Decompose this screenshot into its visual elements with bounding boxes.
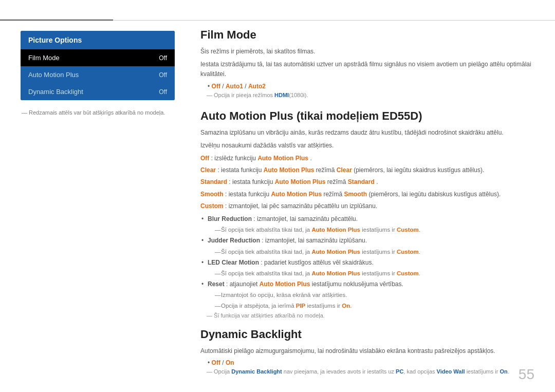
film-mode-title: Film Mode <box>200 28 534 42</box>
auto-motion-smooth-func2: Smooth <box>344 191 367 198</box>
film-mode-auto1: Auto1 <box>226 83 243 90</box>
dynamic-backlight-footnote: Opcija Dynamic Backlight nav pieejama, j… <box>200 368 534 375</box>
dynamic-backlight-link: Dynamic Backlight <box>231 368 282 375</box>
dynamic-backlight-title: Dynamic Backlight <box>200 328 534 341</box>
film-mode-footnote: Opcija ir pieeja režīmos HDMI(1080i). <box>200 92 534 98</box>
auto-motion-standard-func1: Auto Motion Plus <box>275 178 326 185</box>
dynamic-backlight-pc: PC <box>396 368 403 375</box>
blur-amp-label: Auto Motion Plus <box>311 227 360 233</box>
dynamic-backlight-off: Off <box>212 359 220 366</box>
bullet-judder-reduction: Judder Reduction : izmantojiet, lai sama… <box>200 236 534 256</box>
sidebar-item-label-auto-motion: Auto Motion Plus <box>28 71 79 79</box>
sidebar-item-film-mode[interactable]: Film Mode Off <box>21 49 175 66</box>
auto-motion-off-label: Off <box>200 155 209 162</box>
auto-motion-standard-func2: Standard <box>348 178 375 185</box>
auto-motion-clear-func2: Clear <box>337 166 352 174</box>
top-line-dark <box>0 20 113 21</box>
auto-motion-clear-text1: : iestata funkciju <box>217 166 263 174</box>
judder-reduction-label: Judder Reduction <box>208 237 260 244</box>
auto-motion-off-func: Auto Motion Plus <box>257 155 308 162</box>
sidebar-item-dynamic-backlight[interactable]: Dynamic Backlight Off <box>21 83 175 100</box>
blur-reduction-text: : izmantojiet, lai samazinātu pēcattēlu. <box>253 215 358 222</box>
auto-motion-custom-label: Custom <box>200 202 224 210</box>
led-clear-sub: Šī opcija tiek atbalstīta tikai tad, ja … <box>215 269 534 278</box>
sidebar-item-label-dynamic-backlight: Dynamic Backlight <box>28 88 83 96</box>
dynamic-backlight-on2: On <box>499 368 507 375</box>
sidebar-item-label-film-mode: Film Mode <box>28 54 60 62</box>
auto-motion-smooth-func1: Auto Motion Plus <box>271 191 322 198</box>
auto-motion-smooth-text2: režīmā <box>323 191 344 198</box>
blur-reduction-sub: Šī opcija tiek atbalstīta tikai tad, ja … <box>215 226 534 234</box>
auto-motion-off-text: : izslēdz funkciju <box>211 155 258 162</box>
reset-amp-label: Auto Motion Plus <box>260 281 310 288</box>
judder-reduction-sub: Šī opcija tiek atbalstīta tikai tad, ja … <box>215 248 534 256</box>
top-line-light <box>113 20 555 21</box>
film-mode-slash1: / <box>222 83 226 90</box>
auto-motion-footnote: Šī funkcija var atšķirties atkarībā no m… <box>200 312 534 319</box>
reset-sub1: Izmantojot šo opciju, krāsa ekrānā var a… <box>215 291 534 300</box>
sidebar: Picture Options Film Mode Off Auto Motio… <box>21 31 175 116</box>
auto-motion-clear-func1: Auto Motion Plus <box>264 166 314 174</box>
film-mode-auto2: Auto2 <box>248 83 266 90</box>
judder-custom-label: Custom <box>397 249 419 255</box>
led-custom-label: Custom <box>397 270 419 276</box>
auto-motion-plus-title: Auto Motion Plus (tikai modeļiem ED55D) <box>200 109 534 123</box>
sidebar-item-value-auto-motion: Off <box>159 71 167 79</box>
film-mode-off: Off <box>212 83 220 90</box>
bullet-reset: Reset : atjaunojiet Auto Motion Plus ies… <box>200 279 534 310</box>
auto-motion-standard-period: . <box>376 178 378 185</box>
auto-motion-para2: Izvēlņu nosaukumi dažādās valstīs var at… <box>200 141 534 151</box>
film-mode-para1: Šis režīms ir piemērots, lai skatītos fi… <box>200 47 534 57</box>
reset-on-label: On <box>342 303 350 309</box>
blur-custom-label: Custom <box>397 227 419 233</box>
bullet-blur-reduction: Blur Reduction : izmantojiet, lai samazi… <box>200 214 534 234</box>
auto-motion-off-line: Off : izslēdz funkciju Auto Motion Plus … <box>200 154 534 163</box>
dynamic-backlight-slash: / <box>222 359 226 366</box>
sidebar-note: Redzamais attēls var būt atšķirīgs atkar… <box>21 109 175 116</box>
reset-text1: : atjaunojiet <box>226 281 260 288</box>
auto-motion-custom-line: Custom : izmantojiet, lai pēc samazinātu… <box>200 201 534 211</box>
judder-amp-label: Auto Motion Plus <box>311 249 360 255</box>
dynamic-backlight-options: Off / On <box>208 359 534 366</box>
auto-motion-off-period: . <box>310 155 311 162</box>
auto-motion-para1: Samazina izplūšanu un vibrāciju ainās, k… <box>200 128 534 138</box>
auto-motion-smooth-text3: (piemērors, lai iegūtu dabiskus kustīgus… <box>368 191 501 198</box>
reset-label: Reset <box>208 281 225 288</box>
auto-motion-clear-line: Clear : iestata funkciju Auto Motion Plu… <box>200 165 534 175</box>
film-mode-options: Off / Auto1 / Auto2 <box>208 83 534 90</box>
auto-motion-standard-label: Standard <box>200 178 227 185</box>
sidebar-item-auto-motion-plus[interactable]: Auto Motion Plus Off <box>21 66 175 83</box>
reset-pip-label: PIP <box>296 303 306 309</box>
auto-motion-smooth-line: Smooth : iestata funkciju Auto Motion Pl… <box>200 190 534 199</box>
sidebar-title: Picture Options <box>21 31 175 49</box>
auto-motion-standard-line: Standard : iestata funkciju Auto Motion … <box>200 177 534 187</box>
dynamic-backlight-videowall: Video Wall <box>437 368 465 375</box>
auto-motion-smooth-label: Smooth <box>200 191 224 198</box>
dynamic-backlight-on: On <box>226 359 234 366</box>
bullet-led-clear-motion: LED Clear Motion : padariet kustīgos att… <box>200 258 534 278</box>
auto-motion-clear-text3: (piemērors, lai iegūtu skaidrus kustīgus… <box>354 166 484 174</box>
film-mode-hdmi: HDMI <box>274 92 289 98</box>
led-clear-label: LED Clear Motion <box>208 259 259 266</box>
led-amp-label: Auto Motion Plus <box>311 270 360 276</box>
dynamic-backlight-para1: Automātiski pielāgo aizmugurgaismojumu, … <box>200 346 534 356</box>
main-content: Film Mode Šis režīms ir piemērots, lai s… <box>200 28 534 377</box>
auto-motion-bullet-list: Blur Reduction : izmantojiet, lai samazi… <box>200 214 534 310</box>
auto-motion-custom-text: : izmantojiet, lai pēc samazinātu pēcatt… <box>225 202 377 210</box>
led-clear-text: : padariet kustīgos attēlus vēl skaidrāk… <box>261 259 373 266</box>
reset-text2: iestatījumu noklusējuma vērtības. <box>312 281 403 288</box>
auto-motion-clear-text2: režīmā <box>316 166 337 174</box>
top-decorative-lines <box>0 20 555 21</box>
film-mode-para2: Iestata izstrādājumu tā, lai tas automāt… <box>200 60 534 79</box>
film-mode-slash2: / <box>245 83 248 90</box>
page-number: 55 <box>519 366 534 383</box>
reset-sub2: Opcija ir atspējota, ja ierīmā PIP iesta… <box>215 302 534 310</box>
auto-motion-clear-label: Clear <box>200 166 216 174</box>
auto-motion-smooth-text1: : iestata funkciju <box>225 191 271 198</box>
auto-motion-standard-text2: režīmā <box>327 178 348 185</box>
sidebar-item-value-dynamic-backlight: Off <box>159 88 167 96</box>
blur-reduction-label: Blur Reduction <box>208 215 252 222</box>
auto-motion-standard-text1: : iestata funkciju <box>229 178 274 185</box>
judder-reduction-text: : izmantojiet, lai samazinātu izplūšanu. <box>262 237 367 244</box>
sidebar-item-value-film-mode: Off <box>159 54 167 62</box>
